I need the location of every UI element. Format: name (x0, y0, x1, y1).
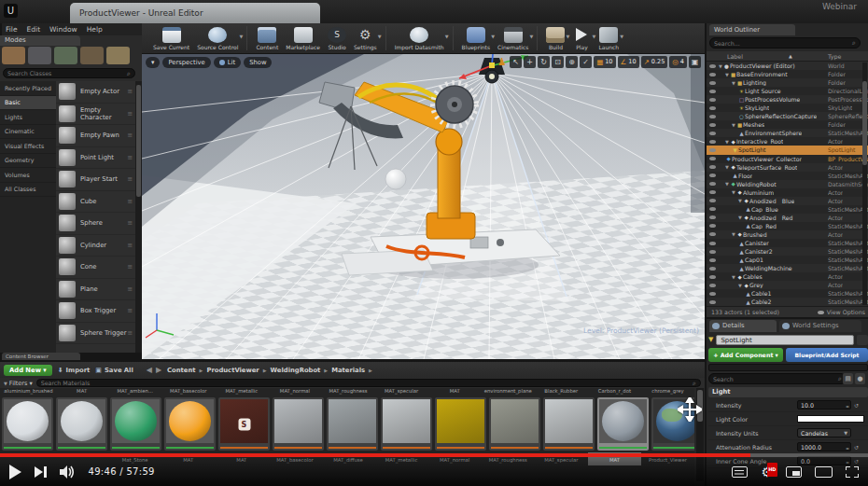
grab-handle-icon[interactable]: ≡ (127, 263, 133, 271)
asset-name[interactable]: MAT_roughness (321, 388, 374, 397)
placeable-actor-item[interactable]: Cylinder ≡ (56, 235, 135, 257)
toolbar-button[interactable]: S Studio (328, 27, 346, 50)
visibility-eye-icon[interactable] (709, 284, 716, 287)
outliner-row[interactable]: ▼ ■ Lighting Folder (707, 78, 868, 87)
outliner-column-header[interactable]: Label ▲ Type (707, 51, 868, 62)
asset-name[interactable]: environment_plane (482, 388, 535, 397)
paint-mode-icon[interactable] (28, 47, 51, 64)
numeric-input[interactable]: 1000.0 (797, 442, 851, 451)
toolbar-button[interactable]: Save Current (153, 27, 189, 50)
outliner-row[interactable]: ▲ Cap_Blue StaticMeshActor (707, 205, 868, 214)
asset-tile[interactable] (327, 397, 378, 451)
outliner-row[interactable]: ▲ Cap_Red StaticMeshActor (707, 222, 868, 230)
visibility-eye-icon[interactable] (709, 148, 716, 152)
grab-handle-icon[interactable]: ≡ (127, 242, 133, 249)
dropdown-caret-icon[interactable]: ▼ (445, 34, 449, 39)
outliner-row[interactable]: ▼ ◆ Cables Actor (707, 272, 868, 281)
asset-tile[interactable] (56, 397, 107, 451)
toolbar-button[interactable]: Play ▼ (572, 27, 591, 50)
grab-handle-icon[interactable]: ≡ (127, 198, 133, 205)
modes-category[interactable]: Lights (0, 110, 56, 125)
toolbar-button[interactable]: Import Datasmith ▼ (395, 27, 444, 50)
asset-tile[interactable] (110, 397, 161, 451)
fullscreen-button[interactable] (846, 466, 859, 478)
visibility-eye-icon[interactable] (709, 207, 716, 211)
visibility-eye-icon[interactable] (709, 258, 716, 262)
visibility-eye-icon[interactable] (709, 106, 716, 110)
visibility-eye-icon[interactable] (709, 157, 716, 160)
modes-category[interactable]: Volumes (0, 168, 56, 183)
view-mode-button[interactable]: Lit (214, 57, 241, 68)
outliner-row[interactable]: ▲ Cap01 StaticMeshActor (707, 256, 868, 264)
reset-to-default-icon[interactable]: ↺ (854, 444, 859, 451)
outliner-row[interactable]: ▲ Canister2 StaticMeshActor (707, 247, 868, 256)
toolbar-button[interactable]: Cinematics ▼ (497, 27, 528, 50)
outliner-row[interactable]: ▼ SpotLight SpotLight (707, 146, 868, 154)
asset-name[interactable]: MAT_specular (375, 388, 428, 397)
modes-category[interactable]: Visual Effects (0, 139, 56, 154)
asset-name[interactable]: MAT_normal (268, 388, 321, 397)
volume-button[interactable] (60, 465, 76, 479)
details-tab[interactable]: Details (709, 320, 777, 332)
grab-handle-icon[interactable]: ≡ (127, 219, 133, 227)
placeable-actor-item[interactable]: Plane ≡ (56, 279, 135, 301)
details-search-input[interactable] (713, 376, 838, 382)
next-button[interactable] (35, 466, 47, 478)
asset-name[interactable]: MAT_basecolor (161, 388, 215, 397)
visibility-eye-icon[interactable] (709, 90, 716, 93)
dropdown-caret-icon[interactable]: ▼ (378, 34, 382, 39)
back-button[interactable]: ◀ (147, 366, 152, 374)
visibility-eye-icon[interactable] (709, 115, 716, 118)
content-browser-tab[interactable]: Content Browser (2, 353, 80, 360)
asset-name[interactable]: MAT_metallic (215, 388, 268, 397)
modes-category[interactable]: Geometry (0, 154, 56, 169)
light-section-header[interactable]: Light (708, 387, 868, 397)
outliner-row[interactable]: ▼ ◆ Interactive_Root Actor (707, 137, 868, 146)
grab-handle-icon[interactable]: ≡ (127, 307, 133, 314)
outliner-row[interactable]: ▼ ● ProductViewer (Editor) World (707, 62, 868, 70)
blueprint-add-script-button[interactable]: Blueprint/Add Script (786, 348, 868, 362)
asset-name[interactable]: chrome_grey (641, 388, 694, 397)
maximize-viewport-icon[interactable]: ▣ (689, 56, 701, 68)
subtitles-button[interactable] (732, 466, 748, 478)
grab-handle-icon[interactable]: ≡ (127, 88, 133, 95)
grab-handle-icon[interactable]: ≡ (127, 110, 133, 118)
snap-toggle[interactable]: ↗ 0.25 (641, 56, 668, 68)
snap-toggle[interactable]: ◎ 4 (669, 56, 687, 68)
display-filter-button[interactable]: ● (855, 373, 865, 384)
outliner-row[interactable]: ○ SphereReflectionCapture SphereReflecti… (707, 112, 868, 120)
visibility-eye-icon[interactable] (709, 81, 716, 85)
toolbar-button[interactable]: ⚙ Settings ▼ (354, 27, 377, 50)
dropdown-select[interactable]: Candelas▼ (797, 428, 851, 437)
placeable-actor-item[interactable]: Empty Character ≡ (56, 104, 135, 126)
visibility-eye-icon[interactable] (709, 64, 716, 68)
modes-category[interactable]: Cinematic (0, 125, 56, 140)
menu-item[interactable]: Edit (27, 25, 41, 34)
actor-name-field[interactable]: SpotLight (716, 335, 854, 345)
import-button[interactable]: ⬇Import (58, 367, 91, 374)
visibility-eye-icon[interactable] (709, 140, 716, 144)
placeable-actor-item[interactable]: Cone ≡ (56, 257, 135, 279)
toolbar-button[interactable]: Marketplace (286, 27, 320, 50)
asset-tile[interactable] (164, 397, 216, 451)
landscape-mode-icon[interactable] (54, 47, 77, 64)
preview-character-icon[interactable]: ♟ (496, 56, 508, 68)
menu-item[interactable]: Help (87, 25, 103, 34)
outliner-row[interactable]: ▼ ◆ WeldingRobot DatasmithSceneActor (707, 180, 868, 188)
world-coordinate-icon[interactable]: ⊕ (566, 56, 578, 68)
visibility-eye-icon[interactable] (709, 132, 716, 135)
placeable-actor-item[interactable]: Sphere ≡ (56, 213, 135, 235)
dropdown-caret-icon[interactable]: ▼ (530, 34, 534, 39)
component-tree-area[interactable] (708, 364, 868, 371)
outliner-row[interactable]: ▲ Floor StaticMeshActor (707, 172, 868, 180)
visibility-eye-icon[interactable] (709, 242, 716, 245)
toolbar-button[interactable]: Blueprints ▼ (462, 27, 491, 50)
breadcrumb-item[interactable]: Content (167, 367, 195, 374)
asset-tile[interactable] (435, 397, 486, 451)
view-options-button[interactable]: View Options (818, 309, 865, 315)
grab-handle-icon[interactable]: ≡ (127, 132, 133, 139)
visibility-eye-icon[interactable] (709, 182, 716, 186)
geometry-mode-icon[interactable] (106, 47, 130, 64)
outliner-row[interactable]: ▼ ◆ Aluminium Actor (707, 188, 868, 197)
outliner-scrollbar[interactable] (862, 62, 867, 305)
